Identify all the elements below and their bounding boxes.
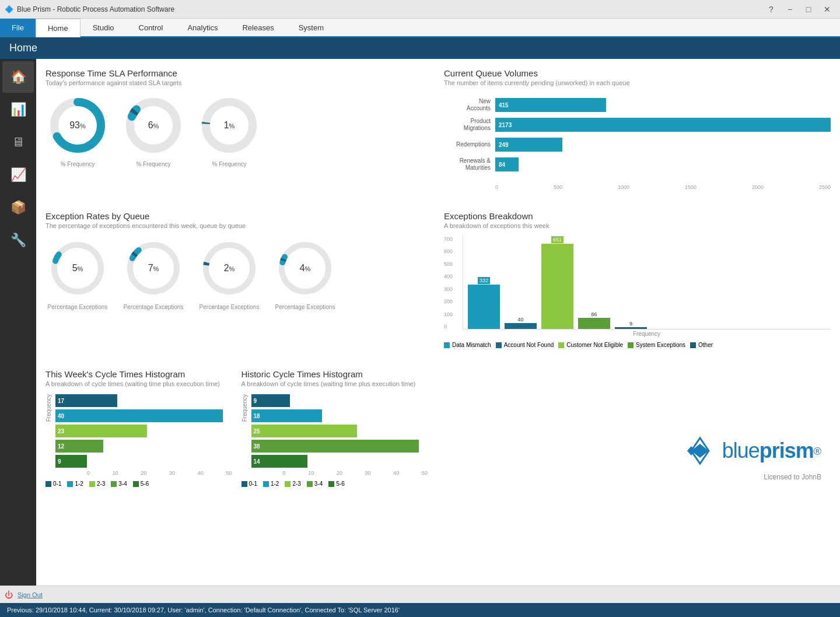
logo-section: blueprism® Licensed to JohnB: [439, 369, 831, 486]
sla-donut-2: 6% % Frequency: [121, 93, 186, 167]
menu-item-studio[interactable]: Studio: [80, 19, 127, 36]
cycle-historic-bar-1: 9: [251, 394, 428, 407]
home-icon: 🏠: [10, 69, 26, 85]
blueprism-logo: blueprism®: [682, 433, 821, 468]
exc-breakdown-subtitle: A breakdown of exceptions this week: [444, 222, 831, 229]
queue-bar-1: 415: [495, 98, 606, 112]
cycle-historic-x-axis: 01020304050: [251, 470, 428, 476]
exc-value-4: 4%: [300, 263, 311, 274]
menu-item-home[interactable]: Home: [36, 19, 80, 37]
queue-title: Current Queue Volumes: [444, 68, 831, 78]
cycle-week-bars: 17 40 23: [55, 394, 232, 468]
queue-value-1: 415: [495, 102, 512, 108]
exc-value-1: 5%: [72, 263, 83, 274]
signout-bar: ⏻ Sign Out: [0, 586, 840, 603]
exception-rates-section: Exception Rates by Queue The percentage …: [46, 211, 432, 348]
cycle-week-bar-2: 40: [55, 409, 232, 422]
page-header: Home: [0, 37, 840, 59]
queue-label-4: Renewals &Maturities: [444, 157, 491, 171]
sla-donut-1: 93% % Frequency: [46, 93, 110, 167]
bp-logo-text: blue: [722, 439, 760, 462]
cycle-historic-bar-4: 38: [251, 440, 428, 453]
cycle-week-bar-4: 12: [55, 440, 232, 453]
power-icon: ⏻: [5, 590, 13, 600]
menu-item-system[interactable]: System: [286, 19, 336, 36]
exc-legend-1: Data Mismatch: [452, 342, 491, 348]
cycle-week-freq-label: Frequency: [46, 394, 52, 422]
queue-label-1: NewAccounts: [444, 98, 491, 112]
sla-donut-3: 1% % Frequency: [197, 93, 261, 167]
system-icon: 🔧: [10, 233, 26, 248]
cycle-historic-section: Historic Cycle Times Histogram A breakdo…: [242, 369, 428, 487]
exc-donut-3: 2% Percentage Exceptions: [197, 236, 261, 310]
sidebar-item-system[interactable]: 🔧: [2, 225, 34, 256]
exc-legend: Data Mismatch Account Not Found Customer…: [444, 342, 831, 348]
control-icon: 🖥: [12, 135, 24, 150]
queue-label-3: Redemptions: [444, 141, 491, 148]
exc-donut-2: 7% Percentage Exceptions: [121, 236, 186, 310]
cycle-week-bar-1: 17: [55, 394, 232, 407]
sla-label-3: % Frequency: [212, 161, 247, 167]
sla-value-3: 1%: [224, 120, 235, 131]
menubar: File Home Studio Control Analytics Relea…: [0, 19, 840, 37]
cycle-historic-bar-5: 14: [251, 455, 428, 468]
sidebar-item-releases[interactable]: 📦: [2, 192, 34, 223]
queue-x-axis: 05001000150020002500: [444, 184, 831, 190]
exc-legend-5: Other: [698, 342, 713, 348]
exc-bar-4: 86: [578, 236, 610, 329]
exc-breakdown-title: Exceptions Breakdown: [444, 211, 831, 221]
queue-volumes-section: Current Queue Volumes The number of item…: [444, 68, 831, 190]
cycle-week-legend: 0-1 1-2 2-3 3-4 5-6: [46, 481, 232, 487]
exc-value-2: 7%: [148, 263, 159, 274]
queue-bar-3: 249: [495, 138, 562, 152]
exc-label-4: Percentage Exceptions: [275, 304, 335, 310]
analytics-icon: 📈: [10, 167, 26, 183]
sidebar-item-analytics[interactable]: 📈: [2, 159, 34, 191]
cycle-week-bar-3: 23: [55, 425, 232, 437]
signout-button[interactable]: Sign Out: [18, 591, 43, 598]
releases-icon: 📦: [10, 200, 26, 215]
maximize-button[interactable]: □: [800, 3, 817, 15]
sla-label-2: % Frequency: [136, 161, 171, 167]
menu-item-control[interactable]: Control: [127, 19, 176, 36]
exception-donut-row: 5% Percentage Exceptions: [46, 236, 432, 310]
exc-donut-1: 5% Percentage Exceptions: [46, 236, 110, 310]
exc-label-3: Percentage Exceptions: [200, 304, 260, 310]
menu-item-file[interactable]: File: [0, 19, 36, 36]
queue-bar-4: 84: [495, 157, 519, 171]
menu-item-analytics[interactable]: Analytics: [175, 19, 230, 36]
exc-bar-3: 651: [541, 236, 573, 329]
minimize-button[interactable]: −: [782, 3, 798, 15]
exc-value-3: 2%: [224, 263, 235, 274]
main-content: Response Time SLA Performance Today's pe…: [36, 59, 840, 586]
cycle-historic-subtitle: A breakdown of cycle times (waiting time…: [242, 380, 428, 387]
exc-legend-3: Customer Not Eligible: [566, 342, 623, 348]
exc-x-label: Frequency: [463, 331, 831, 337]
queue-bar-row-4: Renewals &Maturities 84: [444, 157, 831, 171]
sidebar-item-home[interactable]: 🏠: [2, 61, 34, 93]
close-button[interactable]: ✕: [819, 3, 835, 15]
cycle-historic-legend: 0-1 1-2 2-3 3-4 5-6: [242, 481, 428, 487]
statusbar: Previous: 29/10/2018 10:44, Current: 30/…: [0, 603, 840, 617]
cycle-historic-freq-label: Frequency: [242, 394, 248, 422]
status-text: Previous: 29/10/2018 10:44, Current: 30/…: [7, 607, 400, 614]
sidebar: 🏠 📊 🖥 📈 📦 🔧: [0, 59, 36, 586]
sidebar-item-control[interactable]: 🖥: [2, 127, 34, 158]
cycle-week-x-axis: 01020304050: [55, 470, 232, 476]
cycle-week-subtitle: A breakdown of cycle times (waiting time…: [46, 380, 232, 387]
exc-bar-5: 9: [615, 236, 647, 329]
menu-item-releases[interactable]: Releases: [230, 19, 286, 36]
exc-donut-4: 4% Percentage Exceptions: [273, 236, 337, 310]
studio-icon: 📊: [10, 102, 26, 117]
app-icon: 🔷: [5, 5, 13, 13]
sla-donut-row: 93% % Frequency: [46, 93, 432, 167]
exc-breakdown-chart: 332 40 651: [463, 236, 831, 329]
sidebar-item-studio[interactable]: 📊: [2, 94, 34, 125]
help-button[interactable]: ?: [763, 3, 779, 15]
cycle-times-section: This Week's Cycle Times Histogram A brea…: [46, 369, 428, 499]
titlebar: 🔷 Blue Prism - Robotic Process Automatio…: [0, 0, 840, 19]
exception-rates-subtitle: The percentage of exceptions encountered…: [46, 222, 432, 229]
licensed-text: Licensed to JohnB: [764, 473, 821, 481]
exc-legend-4: System Exceptions: [636, 342, 685, 348]
cycle-week-title: This Week's Cycle Times Histogram: [46, 369, 232, 379]
